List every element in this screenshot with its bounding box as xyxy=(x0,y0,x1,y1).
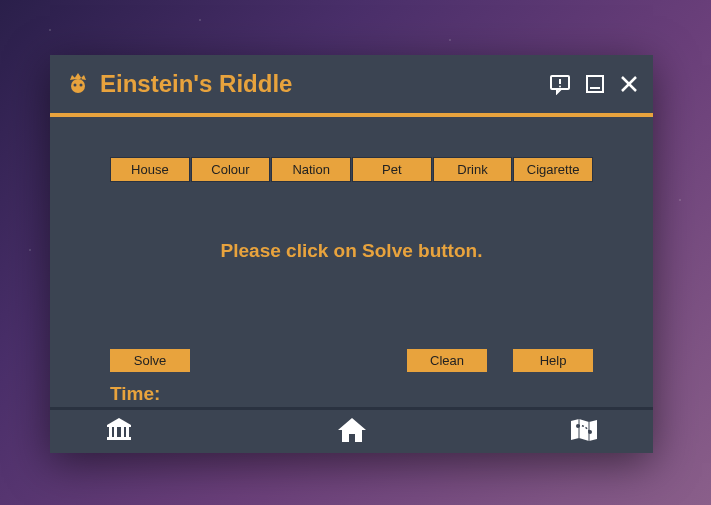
close-icon[interactable] xyxy=(619,74,639,94)
museum-icon[interactable] xyxy=(105,417,133,447)
col-header-cigarette[interactable]: Cigarette xyxy=(513,157,593,182)
svg-rect-6 xyxy=(587,76,603,92)
instruction-text: Please click on Solve button. xyxy=(110,240,593,262)
minimize-icon[interactable] xyxy=(585,74,605,94)
col-header-house[interactable]: House xyxy=(110,157,190,182)
titlebar: Einstein's Riddle xyxy=(50,55,653,113)
svg-point-5 xyxy=(559,86,561,88)
content-area: House Colour Nation Pet Drink Cigarette … xyxy=(50,117,653,407)
col-header-nation[interactable]: Nation xyxy=(271,157,351,182)
svg-point-0 xyxy=(71,79,85,93)
map-icon[interactable] xyxy=(570,418,598,446)
help-button[interactable]: Help xyxy=(513,349,593,372)
svg-rect-13 xyxy=(126,427,129,437)
svg-rect-11 xyxy=(114,427,117,437)
bottom-nav xyxy=(50,407,653,453)
col-header-pet[interactable]: Pet xyxy=(352,157,432,182)
window-controls xyxy=(549,73,639,95)
title-left: Einstein's Riddle xyxy=(64,70,292,98)
clean-button[interactable]: Clean xyxy=(407,349,487,372)
svg-point-1 xyxy=(74,84,77,87)
svg-rect-10 xyxy=(109,427,112,437)
action-buttons-row: Solve Clean Help xyxy=(110,349,593,372)
svg-rect-12 xyxy=(121,427,124,437)
solve-button[interactable]: Solve xyxy=(110,349,190,372)
column-headers: House Colour Nation Pet Drink Cigarette xyxy=(110,157,593,182)
app-title: Einstein's Riddle xyxy=(100,70,292,98)
svg-point-2 xyxy=(80,84,83,87)
svg-rect-14 xyxy=(107,437,131,440)
col-header-colour[interactable]: Colour xyxy=(191,157,271,182)
col-header-drink[interactable]: Drink xyxy=(433,157,513,182)
home-icon[interactable] xyxy=(337,417,367,447)
app-window: Einstein's Riddle xyxy=(50,55,653,453)
chat-icon[interactable] xyxy=(549,73,571,95)
time-label: Time: xyxy=(110,383,160,405)
app-logo-icon xyxy=(64,70,92,98)
